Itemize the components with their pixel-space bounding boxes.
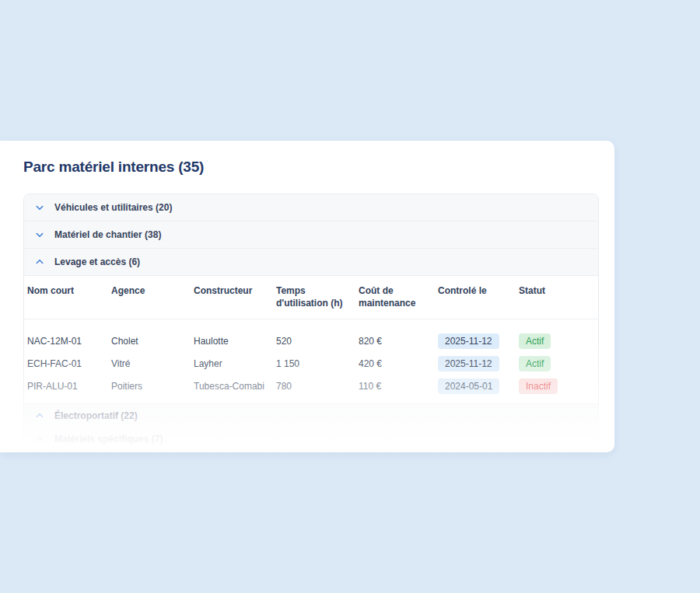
table-cell-controle: 2024-05-01 xyxy=(435,378,516,394)
table-row[interactable]: NAC-12M-01CholetHaulotte520820 €2025-11-… xyxy=(24,330,598,352)
table-cell-controle: 2025-11-12 xyxy=(435,333,516,349)
table-cell: Poitiers xyxy=(108,381,191,392)
controle-date-badge: 2025-11-12 xyxy=(438,356,499,371)
status-badge: Actif xyxy=(519,333,551,349)
table-cell: 110 € xyxy=(355,381,435,392)
page-title: Parc matériel internes (35) xyxy=(23,159,599,176)
chevron-up-icon xyxy=(35,257,44,267)
table-cell: Haulotte xyxy=(191,336,273,347)
status-badge: Inactif xyxy=(519,378,558,394)
accordion-section-label: Électroportatif (22) xyxy=(54,410,138,421)
column-header: Constructeur xyxy=(191,284,273,297)
table-cell: 420 € xyxy=(355,358,435,369)
table-row[interactable]: PIR-ALU-01PoitiersTubesca-Comabi780110 €… xyxy=(24,375,598,397)
table-cell: Vitré xyxy=(108,358,191,369)
table-cell: 780 xyxy=(273,381,355,392)
table-body: NAC-12M-01CholetHaulotte520820 €2025-11-… xyxy=(24,319,598,403)
table-cell: 1 150 xyxy=(273,358,355,369)
accordion-section-chantier[interactable]: Matériel de chantier (38) xyxy=(24,222,598,249)
table-cell-controle: 2025-11-12 xyxy=(435,356,516,371)
accordion-section-levage[interactable]: Levage et accès (6) xyxy=(24,249,598,276)
chevron-up-icon xyxy=(35,434,44,444)
categories-accordion: Véhicules et utilitaires (20) Matériel d… xyxy=(23,194,599,452)
chevron-down-icon xyxy=(35,203,44,212)
parc-materiel-card: Parc matériel internes (35) Véhicules et… xyxy=(0,141,614,452)
table-cell: 820 € xyxy=(355,336,435,347)
accordion-section-vehicules[interactable]: Véhicules et utilitaires (20) xyxy=(24,194,598,222)
table-cell: NAC-12M-01 xyxy=(24,336,108,347)
chevron-down-icon xyxy=(35,230,44,239)
chevron-up-icon xyxy=(35,411,44,420)
page-background: { "page": { "background_color": "#dbe9f7… xyxy=(0,0,700,593)
controle-date-badge: 2024-05-01 xyxy=(438,378,499,394)
column-header: Temps d'utilisation (h) xyxy=(273,284,355,309)
table-cell: Tubesca-Comabi xyxy=(191,381,273,392)
status-badge: Actif xyxy=(519,356,551,371)
column-header: Agence xyxy=(108,284,191,297)
column-header: Controlé le xyxy=(435,284,516,297)
table-header-row: Nom courtAgenceConstructeurTemps d'utili… xyxy=(24,276,598,319)
accordion-section-label: Véhicules et utilitaires (20) xyxy=(54,202,172,213)
accordion-section-electroportatif[interactable]: Électroportatif (22) xyxy=(24,404,598,427)
accordion-section-specifiques[interactable]: Matériels spécifiques (7) xyxy=(24,427,598,451)
column-header: Coût de maintenance xyxy=(355,284,435,309)
accordion-section-label: Levage et accès (6) xyxy=(54,256,140,267)
table-cell: 520 xyxy=(273,336,355,347)
table-cell-statut: Inactif xyxy=(516,378,598,394)
controle-date-badge: 2025-11-12 xyxy=(438,333,499,349)
table-row[interactable]: ECH-FAC-01VitréLayher1 150420 €2025-11-1… xyxy=(24,352,598,375)
table-cell-statut: Actif xyxy=(516,356,598,371)
column-header: Statut xyxy=(516,284,598,297)
table-cell: Cholet xyxy=(108,336,191,347)
accordion-section-label: Matériel de chantier (38) xyxy=(54,229,161,240)
table-cell: PIR-ALU-01 xyxy=(24,381,108,392)
table-cell: Layher xyxy=(191,358,273,369)
levage-table-panel: Nom courtAgenceConstructeurTemps d'utili… xyxy=(24,276,598,404)
table-cell-statut: Actif xyxy=(516,333,598,349)
accordion-section-label: Matériels spécifiques (7) xyxy=(54,434,163,445)
column-header: Nom court xyxy=(24,284,108,297)
table-cell: ECH-FAC-01 xyxy=(24,358,108,369)
